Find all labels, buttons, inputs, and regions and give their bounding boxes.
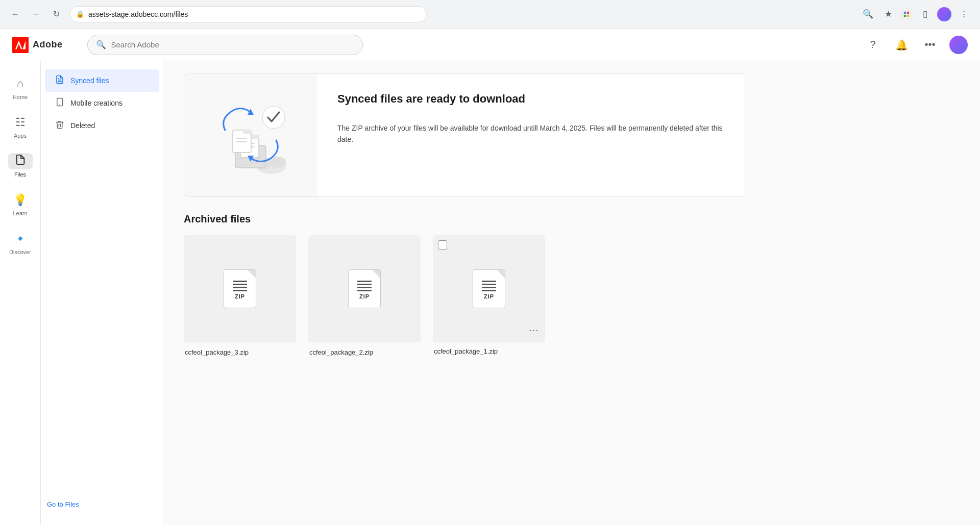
discover-icon-wrap: 🔹 — [8, 231, 33, 247]
nav-synced-files-label: Synced files — [70, 77, 109, 85]
apps-icon-wrap: ☷ — [8, 114, 33, 131]
zip-name-1: ccfeol_package_3.zip — [184, 348, 250, 356]
search-icon: 🔍 — [96, 40, 106, 49]
sidebar-item-discover[interactable]: 🔹 Discover — [2, 224, 39, 261]
svg-rect-3 — [907, 14, 909, 16]
sidebar-item-learn[interactable]: 💡 Learn — [2, 186, 39, 222]
sidebar-label-apps: Apps — [14, 133, 27, 139]
zip-lines-2 — [357, 281, 372, 291]
bookmark-button[interactable]: ★ — [880, 6, 896, 22]
files-icon-wrap — [8, 153, 33, 169]
archived-section: Archived files — [184, 213, 960, 357]
apps-icon: ☷ — [15, 116, 26, 129]
adobe-wordmark: Adobe — [33, 39, 63, 50]
extensions-button[interactable]: ▯ — [917, 6, 933, 22]
zip-card-3[interactable]: ZIP ccfeol_package_1.zip ⋯ — [433, 235, 545, 357]
browser-chrome: ← → ↻ 🔒 assets-stage.adobecc.com/files 🔍… — [0, 0, 980, 29]
zip-line — [482, 284, 496, 285]
svg-rect-2 — [904, 14, 906, 16]
sidebar-label-learn: Learn — [13, 210, 27, 216]
discover-icon: 🔹 — [13, 232, 27, 245]
zip-name-3: ccfeol_package_1.zip — [433, 347, 499, 355]
zip-line — [357, 281, 372, 282]
zip-file-icon-1: ZIP — [224, 269, 256, 308]
adobe-logo[interactable]: Adobe — [12, 37, 63, 53]
sync-banner-content: Synced files are ready to download The Z… — [317, 74, 745, 196]
zip-line — [233, 290, 247, 291]
nav-deleted-label: Deleted — [70, 121, 95, 130]
zip-name-2: ccfeol_package_2.zip — [308, 348, 374, 356]
zip-file-icon-3: ZIP — [473, 269, 505, 308]
archived-grid: ZIP ccfeol_package_3.zip — [184, 235, 960, 357]
zip-line — [233, 281, 247, 282]
help-button[interactable]: ? — [864, 36, 882, 54]
zip-tag-1: ZIP — [235, 293, 245, 299]
svg-marker-5 — [22, 40, 26, 49]
main-content: Synced files are ready to download The Z… — [163, 61, 980, 525]
nav-deleted[interactable]: Deleted — [45, 114, 159, 137]
zip-line — [357, 287, 372, 288]
reload-button[interactable]: ↻ — [49, 7, 63, 21]
zoom-button[interactable]: 🔍 — [860, 6, 876, 22]
zip-line — [357, 290, 372, 291]
back-button[interactable]: ← — [8, 7, 22, 21]
user-avatar[interactable] — [949, 36, 968, 54]
zip-context-menu-3[interactable]: ⋯ — [527, 323, 541, 337]
more-options-button[interactable]: ⋮ — [955, 6, 972, 22]
sync-banner-title: Synced files are ready to download — [337, 92, 724, 106]
sidebar-label-files: Files — [14, 171, 26, 178]
url-text: assets-stage.adobecc.com/files — [88, 10, 188, 18]
address-bar[interactable]: 🔒 assets-stage.adobecc.com/files — [69, 6, 427, 22]
svg-marker-21 — [248, 109, 254, 115]
secondary-sidebar: Synced files Mobile creations — [41, 61, 163, 525]
zip-card-2[interactable]: ZIP ccfeol_package_2.zip — [308, 235, 421, 357]
learn-icon-wrap: 💡 — [8, 192, 33, 208]
learn-icon: 💡 — [13, 193, 27, 207]
sync-banner: Synced files are ready to download The Z… — [184, 73, 745, 197]
notifications-button[interactable]: 🔔 — [892, 36, 911, 54]
zip-line — [233, 287, 247, 288]
nav-synced-files[interactable]: Synced files — [45, 69, 159, 92]
zip-card-1[interactable]: ZIP ccfeol_package_3.zip — [184, 235, 296, 357]
svg-point-23 — [262, 106, 285, 129]
forward-button[interactable]: → — [29, 7, 43, 21]
mobile-creations-icon — [55, 97, 64, 109]
zip-line — [357, 284, 372, 285]
sidebar-item-apps[interactable]: ☷ Apps — [2, 108, 39, 145]
nav-mobile-creations[interactable]: Mobile creations — [45, 92, 159, 114]
home-icon: ⌂ — [17, 77, 23, 90]
sidebar-item-home[interactable]: ⌂ Home — [2, 69, 39, 106]
svg-rect-1 — [907, 11, 909, 13]
browser-profile-avatar[interactable] — [937, 7, 951, 21]
files-icon — [15, 154, 26, 168]
browser-right-icons: 🔍 ★ ▯ ⋮ — [860, 6, 972, 22]
synced-files-icon — [55, 75, 64, 87]
svg-rect-0 — [904, 11, 906, 13]
nav-mobile-creations-label: Mobile creations — [70, 99, 122, 107]
zip-line — [482, 290, 496, 291]
app-header: Adobe 🔍 ? 🔔 ••• — [0, 29, 980, 61]
sync-banner-description: The ZIP archive of your files will be av… — [337, 122, 724, 145]
extension-icon[interactable] — [900, 8, 913, 20]
sync-illustration-area — [184, 74, 317, 196]
app-container: Adobe 🔍 ? 🔔 ••• ⌂ Home — [0, 29, 980, 525]
sidebar: ⌂ Home ☷ Apps F — [0, 61, 41, 525]
search-input[interactable] — [111, 40, 354, 49]
archived-section-title: Archived files — [184, 213, 960, 225]
header-search: 🔍 — [87, 35, 363, 55]
goto-files-link[interactable]: Go to Files — [47, 501, 79, 508]
lock-icon: 🔒 — [76, 10, 84, 18]
apps-grid-button[interactable]: ••• — [921, 36, 939, 54]
header-right: ? 🔔 ••• — [864, 36, 968, 54]
zip-line — [482, 287, 496, 288]
adobe-logo-mark — [12, 37, 29, 53]
home-icon-wrap: ⌂ — [8, 76, 33, 92]
zip-tag-3: ZIP — [484, 293, 494, 299]
sidebar-label-home: Home — [13, 94, 28, 100]
zip-checkbox-3[interactable] — [438, 240, 447, 249]
search-box[interactable]: 🔍 — [87, 35, 363, 55]
svg-marker-4 — [15, 40, 22, 49]
sidebar-item-files[interactable]: Files — [2, 147, 39, 184]
zip-line — [482, 281, 496, 282]
zip-thumb-1: ZIP — [184, 235, 296, 342]
